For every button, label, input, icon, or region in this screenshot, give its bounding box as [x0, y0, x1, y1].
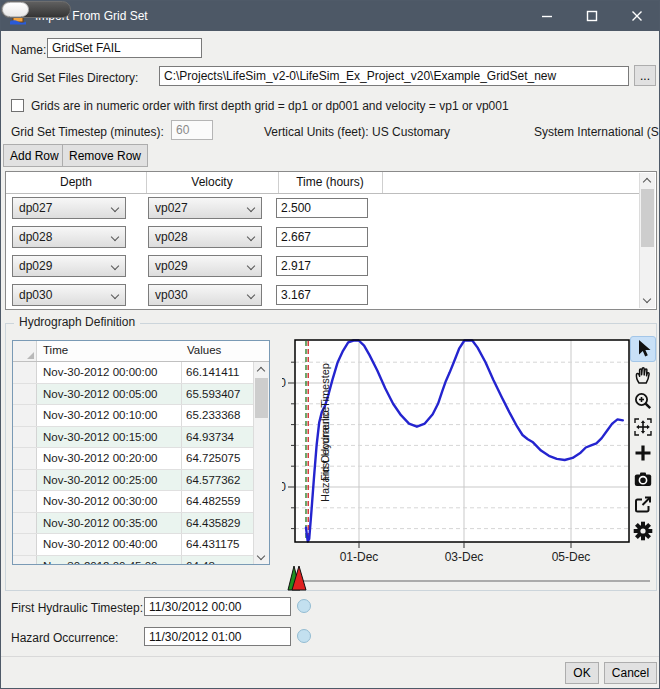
- pointer-tool-button[interactable]: [630, 336, 656, 362]
- time-column-header[interactable]: Time: [43, 344, 68, 356]
- value-cell[interactable]: 64.431175: [181, 534, 253, 555]
- depth-dropdown[interactable]: dp027: [12, 197, 126, 219]
- snapshot-tool-button[interactable]: [630, 466, 656, 492]
- row-selector[interactable]: [13, 448, 37, 469]
- row-selector[interactable]: [13, 362, 37, 383]
- us-customary-label: US Customary: [372, 125, 450, 139]
- pan-hand-icon: [633, 365, 653, 385]
- minimize-icon: [541, 10, 553, 22]
- depth-dropdown[interactable]: dp029: [12, 255, 126, 277]
- name-label: Name:: [11, 43, 46, 57]
- row-selector[interactable]: [13, 491, 37, 512]
- time-cell[interactable]: Nov-30-2012 00:25:00: [37, 470, 181, 491]
- value-cell[interactable]: 65.593407: [181, 384, 253, 405]
- select-all-corner[interactable]: [13, 341, 37, 361]
- time-input[interactable]: [276, 227, 368, 247]
- time-cell[interactable]: Nov-30-2012 00:20:00: [37, 448, 181, 469]
- table-row[interactable]: Nov-30-2012 00:20:0064.725075: [13, 448, 253, 470]
- gear-icon: [633, 521, 653, 541]
- first-hydraulic-picker-button[interactable]: [297, 599, 311, 613]
- browse-button[interactable]: ...: [634, 65, 656, 86]
- scroll-up-icon[interactable]: [257, 367, 265, 375]
- table-row[interactable]: Nov-30-2012 00:30:0064.482559: [13, 491, 253, 513]
- pan-tool-button[interactable]: [630, 362, 656, 388]
- hydrograph-chart[interactable]: First Hydraulic Timestep Hazard Occurren…: [282, 334, 634, 566]
- hazard-occurrence-input[interactable]: [144, 627, 291, 646]
- row-selector[interactable]: [13, 513, 37, 534]
- velocity-dropdown[interactable]: vp028: [148, 226, 262, 248]
- add-tool-button[interactable]: [630, 440, 656, 466]
- export-tool-button[interactable]: [630, 492, 656, 518]
- directory-input[interactable]: [159, 66, 629, 86]
- scroll-up-icon[interactable]: [643, 178, 651, 186]
- minimize-button[interactable]: [524, 1, 569, 31]
- depth-dropdown[interactable]: dp028: [12, 226, 126, 248]
- zoom-tool-button[interactable]: [630, 388, 656, 414]
- depth-value: dp028: [19, 230, 52, 244]
- name-input[interactable]: [47, 38, 202, 58]
- table-row[interactable]: Nov-30-2012 00:40:0064.431175: [13, 534, 253, 556]
- close-button[interactable]: [614, 1, 659, 31]
- numeric-order-checkbox[interactable]: [11, 99, 24, 112]
- settings-tool-button[interactable]: [630, 518, 656, 544]
- velocity-dropdown[interactable]: vp027: [148, 197, 262, 219]
- chart-toolbar: [630, 336, 656, 544]
- time-cell[interactable]: Nov-30-2012 00:10:00: [37, 405, 181, 426]
- row-selector[interactable]: [13, 405, 37, 426]
- ok-button[interactable]: OK: [565, 662, 599, 684]
- hydrograph-table-scrollbar[interactable]: [253, 362, 269, 565]
- row-selector[interactable]: [13, 384, 37, 405]
- cancel-button[interactable]: Cancel: [604, 662, 657, 684]
- units-toggle[interactable]: [1, 1, 71, 18]
- time-input[interactable]: [276, 285, 368, 305]
- time-cell[interactable]: Nov-30-2012 00:15:00: [37, 427, 181, 448]
- value-cell[interactable]: 64.482559: [181, 491, 253, 512]
- row-selector[interactable]: [13, 556, 37, 566]
- row-selector[interactable]: [13, 470, 37, 491]
- hazard-occurrence-picker-button[interactable]: [297, 629, 311, 643]
- velocity-dropdown[interactable]: vp029: [148, 255, 262, 277]
- table-row[interactable]: Nov-30-2012 00:00:0066.141411: [13, 362, 253, 384]
- value-cell[interactable]: 64.48: [181, 556, 253, 566]
- values-column-header[interactable]: Values: [187, 344, 221, 356]
- toggle-knob[interactable]: [2, 2, 29, 17]
- time-cell[interactable]: Nov-30-2012 00:00:00: [37, 362, 181, 383]
- maximize-button[interactable]: [569, 1, 614, 31]
- value-cell[interactable]: 66.141411: [181, 362, 253, 383]
- table-row[interactable]: Nov-30-2012 00:35:0064.435829: [13, 513, 253, 535]
- time-cell[interactable]: Nov-30-2012 00:30:00: [37, 491, 181, 512]
- grid-table-scrollbar[interactable]: [639, 173, 655, 308]
- table-row[interactable]: Nov-30-2012 00:05:0065.593407: [13, 384, 253, 406]
- table-row[interactable]: Nov-30-2012 00:25:0064.577362: [13, 470, 253, 492]
- timestep-input[interactable]: [171, 120, 213, 140]
- scrollbar-thumb[interactable]: [641, 189, 654, 247]
- maximize-icon: [586, 10, 598, 22]
- time-cell[interactable]: Nov-30-2012 00:45:00: [37, 556, 181, 566]
- depth-value: dp030: [19, 288, 52, 302]
- value-cell[interactable]: 65.233368: [181, 405, 253, 426]
- value-cell[interactable]: 64.435829: [181, 513, 253, 534]
- move-tool-button[interactable]: [630, 414, 656, 440]
- value-cell[interactable]: 64.93734: [181, 427, 253, 448]
- first-hydraulic-input[interactable]: [144, 597, 291, 616]
- scroll-down-icon[interactable]: [257, 552, 265, 560]
- velocity-dropdown[interactable]: vp030: [148, 284, 262, 306]
- add-row-button[interactable]: Add Row: [3, 144, 66, 167]
- table-row[interactable]: Nov-30-2012 00:10:0065.233368: [13, 405, 253, 427]
- row-selector[interactable]: [13, 427, 37, 448]
- table-row[interactable]: Nov-30-2012 00:15:0064.93734: [13, 427, 253, 449]
- time-input[interactable]: [276, 256, 368, 276]
- table-row[interactable]: Nov-30-2012 00:45:0064.48: [13, 556, 253, 566]
- scroll-down-icon[interactable]: [643, 295, 651, 303]
- value-cell[interactable]: 64.725075: [181, 448, 253, 469]
- time-range-slider[interactable]: [282, 564, 654, 592]
- scrollbar-thumb[interactable]: [255, 378, 268, 418]
- row-selector[interactable]: [13, 534, 37, 555]
- value-cell[interactable]: 64.577362: [181, 470, 253, 491]
- remove-row-button[interactable]: Remove Row: [62, 144, 148, 167]
- depth-dropdown[interactable]: dp030: [12, 284, 126, 306]
- time-cell[interactable]: Nov-30-2012 00:05:00: [37, 384, 181, 405]
- time-input[interactable]: [276, 198, 368, 218]
- time-cell[interactable]: Nov-30-2012 00:40:00: [37, 534, 181, 555]
- time-cell[interactable]: Nov-30-2012 00:35:00: [37, 513, 181, 534]
